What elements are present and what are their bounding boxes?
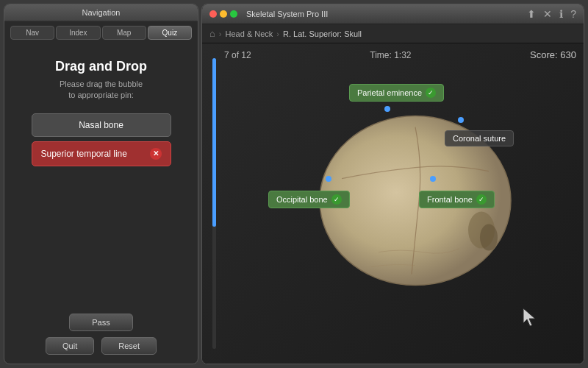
tools-icon[interactable]: ✕ [543,8,552,20]
label-parietal[interactable]: Parietal eminence ✓ [349,84,444,102]
tab-nav[interactable]: Nav [10,26,54,40]
bone-superior-temporal[interactable]: Superior temporal line ✕ [32,141,171,166]
pass-button[interactable]: Pass [69,314,132,331]
info-icon[interactable]: ℹ [559,8,563,20]
viewer-content: 7 of 12 Time: 1:32 Score: 630 [202,43,584,364]
maximize-button[interactable] [230,10,237,18]
titlebar-left: Skeletal System Pro III [209,10,328,18]
progress-bar [212,58,216,349]
label-frontal[interactable]: Frontal bone ✓ [419,191,495,208]
progress-fill [212,58,216,227]
minimize-button[interactable] [220,10,227,18]
label-parietal-text: Parietal eminence [357,88,422,97]
check-occipital: ✓ [331,194,342,205]
progress-text: 7 of 12 [224,50,251,60]
incorrect-icon: ✕ [150,148,162,160]
share-icon[interactable]: ⬆ [527,8,536,20]
tab-quiz[interactable]: Quiz [148,26,192,40]
home-icon[interactable]: ⌂ [209,28,215,39]
pin-coronal [458,117,464,123]
breadcrumb-sep-1: › [219,29,222,38]
quiz-subtitle: Please drag the bubbleto appropriate pin… [60,79,143,102]
label-frontal-text: Frontal bone [427,195,473,204]
reset-button[interactable]: Reset [101,337,157,355]
tab-map[interactable]: Map [102,26,146,40]
pin-occipital [326,176,331,182]
pin-frontal [430,176,436,182]
close-button[interactable] [209,10,217,18]
quit-button[interactable]: Quit [46,337,94,355]
nav-title: Navigation [82,8,121,17]
bone-nasal[interactable]: Nasal bone [32,113,171,137]
label-coronal[interactable]: Coronal suture [445,130,514,146]
main-viewer-panel: Skeletal System Pro III ⬆ ✕ ℹ ? ⌂ › Head… [201,4,584,364]
navigation-panel: Navigation Nav Index Map Quiz Drag and D… [4,4,198,364]
label-occipital[interactable]: Occipital bone ✓ [268,191,350,208]
titlebar-icons: ⬆ ✕ ℹ ? [527,8,576,20]
window-title: Skeletal System Pro III [246,10,328,18]
svg-point-2 [480,224,498,250]
breadcrumb-head-neck[interactable]: Head & Neck [226,29,273,38]
hud: 7 of 12 Time: 1:32 Score: 630 [224,49,576,60]
check-parietal: ✓ [426,88,436,98]
quiz-title: Drag and Drop [55,59,147,74]
breadcrumb-sep-2: › [276,29,279,38]
breadcrumb-bar: ⌂ › Head & Neck › R. Lat. Superior: Skul… [202,24,584,43]
breadcrumb-skull[interactable]: R. Lat. Superior: Skull [283,29,362,38]
label-occipital-text: Occipital bone [276,195,328,204]
pin-parietal [384,106,390,112]
titlebar: Skeletal System Pro III ⬆ ✕ ℹ ? [202,4,584,24]
tab-index[interactable]: Index [56,26,100,40]
nav-title-bar: Navigation [4,4,198,21]
bottom-buttons: Quit Reset [46,337,157,355]
label-coronal-text: Coronal suture [453,134,506,143]
score-text: Score: 630 [530,49,576,60]
time-text: Time: 1:32 [370,50,411,60]
cursor-icon [522,307,539,334]
nav-tabs: Nav Index Map Quiz [4,21,198,44]
help-icon[interactable]: ? [570,8,576,20]
traffic-lights [209,10,237,18]
check-frontal: ✓ [476,194,487,205]
